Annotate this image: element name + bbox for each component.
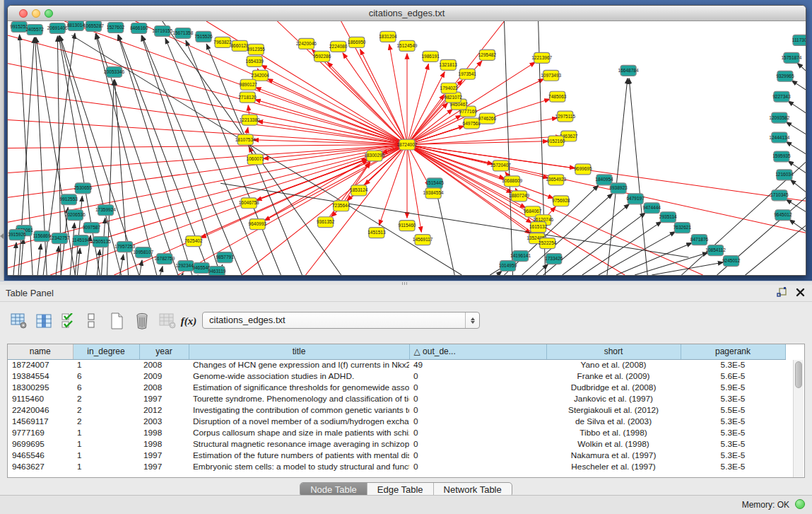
table-vertical-scrollbar[interactable] bbox=[793, 360, 804, 477]
graph-node[interactable]: 9912553 bbox=[60, 194, 78, 205]
graph-node[interactable]: 16648784 bbox=[618, 65, 639, 76]
table-row[interactable]: 911546021997Tourette syndrome. Phenomeno… bbox=[8, 393, 785, 404]
select-rows-icon[interactable] bbox=[58, 309, 79, 333]
graph-node[interactable]: 1654339 bbox=[246, 56, 264, 66]
graph-node[interactable]: 9756928 bbox=[552, 196, 570, 206]
graph-node[interactable]: 18107534 bbox=[235, 134, 256, 145]
graph-node[interactable]: 6479197 bbox=[626, 194, 645, 204]
graph-node[interactable]: 7235644 bbox=[332, 201, 351, 211]
graph-node[interactable]: 12342757 bbox=[49, 233, 70, 244]
graph-node[interactable]: 1216034 bbox=[775, 170, 794, 180]
graph-node[interactable]: 15720407 bbox=[490, 160, 511, 171]
graph-node[interactable]: 9361352 bbox=[317, 217, 335, 228]
col-header-short[interactable]: short bbox=[546, 344, 681, 359]
graph-node[interactable]: 18300295 bbox=[364, 151, 384, 161]
graph-node[interactable]: 16782759 bbox=[154, 254, 175, 264]
graph-node[interactable]: 1156869 bbox=[33, 231, 51, 242]
table-row[interactable]: 969969511998Structural magnetic resonanc… bbox=[8, 438, 785, 450]
graph-node[interactable]: 10719155 bbox=[152, 25, 172, 36]
graph-node[interactable]: 18724007 bbox=[396, 139, 417, 150]
graph-node[interactable]: 8912355 bbox=[247, 44, 266, 54]
graph-node[interactable]: 9097587 bbox=[83, 223, 101, 233]
graph-node[interactable]: 9227343 bbox=[772, 91, 791, 102]
col-header-pagerank[interactable]: pagerank bbox=[681, 344, 785, 359]
table-row[interactable]: 946362711997Embryonic stem cells: a mode… bbox=[8, 461, 785, 472]
graph-node[interactable]: 7485063 bbox=[548, 91, 567, 102]
graph-node[interactable]: 19384554 bbox=[423, 188, 444, 199]
graph-node[interactable]: 9474444 bbox=[643, 203, 661, 214]
graph-node[interactable]: 18807249 bbox=[509, 191, 529, 201]
table-row[interactable]: 1830029562008Estimation of significance … bbox=[8, 382, 785, 393]
graph-node[interactable]: 12975115 bbox=[555, 111, 576, 122]
graph-node[interactable]: 2530655 bbox=[74, 183, 93, 194]
graph-node[interactable]: 8938923 bbox=[609, 183, 628, 194]
graph-node[interactable]: 16046758 bbox=[239, 198, 259, 209]
table-row[interactable]: 1938455462009Genome-wide association stu… bbox=[8, 370, 785, 382]
graph-node[interactable]: 1853124 bbox=[350, 185, 368, 196]
graph-node[interactable]: 7515526 bbox=[194, 31, 213, 42]
graph-node[interactable]: 14569117 bbox=[413, 235, 433, 245]
graph-node[interactable]: 17359924 bbox=[95, 205, 116, 216]
graph-node[interactable]: 10958107 bbox=[133, 247, 153, 258]
network-canvas[interactable]: 9915251240557220691406881301410655287152… bbox=[8, 21, 806, 275]
graph-node[interactable]: 8471876 bbox=[690, 235, 709, 245]
graph-node[interactable]: 20053346 bbox=[104, 66, 124, 77]
graph-node[interactable]: 22420046 bbox=[296, 38, 317, 49]
graph-node[interactable]: 1321813 bbox=[440, 59, 458, 70]
function-builder-icon[interactable]: f(x) bbox=[178, 309, 199, 333]
graph-node[interactable]: 2522254 bbox=[539, 238, 557, 249]
col-header-in-degree[interactable]: in_degree bbox=[73, 344, 139, 359]
scrollbar-thumb[interactable] bbox=[795, 361, 802, 388]
graph-node[interactable]: 7625402 bbox=[184, 236, 203, 247]
float-panel-icon[interactable] bbox=[777, 287, 787, 298]
table-row[interactable]: 977716911998Corpus callosum shape and si… bbox=[8, 427, 785, 438]
graph-node[interactable]: 1451513 bbox=[367, 228, 386, 238]
graph-node[interactable]: 20691406 bbox=[47, 23, 68, 33]
graph-node[interactable]: 9592286 bbox=[313, 51, 331, 62]
graph-node[interactable]: 1866950 bbox=[348, 37, 366, 47]
graph-node[interactable]: 7963822 bbox=[213, 37, 232, 47]
graph-node[interactable]: 10854112 bbox=[705, 245, 726, 256]
graph-node[interactable]: 8813014 bbox=[67, 21, 86, 30]
col-header-out-degree[interactable]: △ out_de... bbox=[409, 344, 546, 359]
graph-node[interactable]: 2718120 bbox=[239, 92, 257, 103]
graph-node[interactable]: 1831204 bbox=[379, 31, 397, 42]
graph-node[interactable]: 12093582 bbox=[769, 112, 789, 123]
graph-node[interactable]: 7632621 bbox=[673, 223, 692, 233]
column-visibility-icon[interactable] bbox=[33, 309, 54, 333]
graph-node[interactable]: 2935114 bbox=[659, 212, 677, 223]
combo-stepper-icon[interactable] bbox=[465, 313, 479, 328]
graph-node[interactable]: 8660128 bbox=[230, 40, 249, 51]
graph-node[interactable]: 17957253 bbox=[114, 242, 135, 252]
col-header-name[interactable]: name bbox=[8, 344, 73, 359]
graph-node[interactable]: 1060071 bbox=[247, 154, 265, 165]
table-mode-icon[interactable] bbox=[8, 309, 30, 333]
delete-table-icon[interactable] bbox=[157, 309, 178, 333]
table-row[interactable]: 1872400712008Changes of HCN gene express… bbox=[8, 359, 785, 370]
graph-node[interactable]: 12213967 bbox=[531, 52, 552, 63]
graph-node[interactable]: 9746266 bbox=[478, 113, 497, 124]
graph-node[interactable]: 20206536 bbox=[65, 210, 86, 221]
graph-node[interactable]: 1117304 bbox=[792, 35, 806, 45]
row-height-icon[interactable] bbox=[81, 309, 102, 333]
graph-node[interactable]: 10973493 bbox=[541, 70, 561, 81]
graph-node[interactable]: 1295482 bbox=[478, 49, 497, 60]
graph-node[interactable]: 1733426 bbox=[545, 254, 563, 264]
network-window-titlebar[interactable]: citations_edges.txt bbox=[8, 6, 806, 21]
graph-node[interactable]: 1973541 bbox=[459, 69, 477, 79]
graph-node[interactable]: 12444134 bbox=[769, 132, 789, 143]
graph-node[interactable]: 9640993 bbox=[249, 219, 267, 230]
graph-node[interactable]: 12505135 bbox=[90, 237, 111, 247]
table-row[interactable]: 1456911722003Disruption of a novel membe… bbox=[8, 416, 785, 427]
graph-node[interactable]: 1710345 bbox=[770, 190, 789, 201]
graph-node[interactable]: 9890127 bbox=[240, 79, 258, 90]
graph-node[interactable]: 9857791 bbox=[216, 252, 234, 263]
graph-node[interactable]: 10655287 bbox=[83, 21, 104, 31]
graph-node[interactable]: 8466160 bbox=[130, 23, 148, 33]
split-collapse-strip[interactable] bbox=[0, 0, 4, 281]
graph-node[interactable]: 15671358 bbox=[172, 28, 193, 38]
graph-node[interactable]: 9645012 bbox=[774, 210, 792, 221]
close-panel-icon[interactable] bbox=[796, 288, 805, 297]
table-row[interactable]: 946554611997Estimation of the future num… bbox=[8, 450, 785, 461]
col-header-year[interactable]: year bbox=[139, 344, 189, 359]
